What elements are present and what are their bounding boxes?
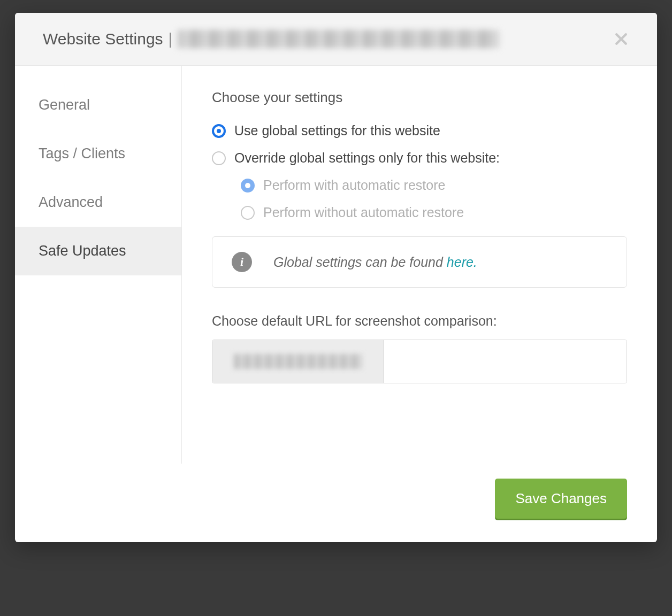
close-button[interactable]: [611, 29, 631, 49]
modal-footer: Save Changes: [15, 464, 657, 542]
sidebar-item-label: Tags / Clients: [39, 145, 125, 161]
modal-title-separator: |: [169, 30, 173, 48]
sidebar-item-general[interactable]: General: [15, 81, 181, 129]
info-icon: i: [232, 252, 252, 272]
modal-title-text: Website Settings: [43, 30, 163, 48]
sidebar-item-safe-updates[interactable]: Safe Updates: [15, 227, 181, 275]
radio-label: Override global settings only for this w…: [234, 150, 500, 166]
sidebar-item-label: Safe Updates: [39, 243, 126, 259]
radio-perform-with-restore[interactable]: Perform with automatic restore: [241, 178, 627, 193]
radio-label: Perform without automatic restore: [263, 205, 464, 220]
save-changes-button[interactable]: Save Changes: [495, 479, 627, 519]
global-settings-link[interactable]: here.: [447, 255, 477, 270]
settings-heading: Choose your settings: [212, 89, 627, 106]
save-button-label: Save Changes: [515, 490, 607, 506]
modal-header: Website Settings |: [15, 13, 657, 66]
sidebar: General Tags / Clients Advanced Safe Upd…: [15, 66, 182, 464]
radio-label: Use global settings for this website: [234, 123, 440, 138]
close-icon: [613, 31, 629, 47]
radio-icon: [212, 151, 226, 165]
content-panel: Choose your settings Use global settings…: [182, 66, 657, 464]
url-input-group: [212, 340, 627, 383]
sidebar-item-advanced[interactable]: Advanced: [15, 178, 181, 227]
url-input[interactable]: [384, 340, 627, 383]
info-text: Global settings can be found here.: [273, 255, 477, 270]
modal-body: General Tags / Clients Advanced Safe Upd…: [15, 66, 657, 464]
radio-use-global[interactable]: Use global settings for this website: [212, 123, 627, 138]
sidebar-item-label: General: [39, 97, 90, 113]
url-section-label: Choose default URL for screenshot compar…: [212, 313, 627, 329]
radio-perform-without-restore[interactable]: Perform without automatic restore: [241, 205, 627, 220]
url-prefix: [212, 340, 384, 383]
url-prefix-redacted: [234, 354, 362, 369]
radio-icon: [241, 206, 255, 220]
sidebar-item-label: Advanced: [39, 194, 103, 210]
info-text-prefix: Global settings can be found: [273, 255, 447, 270]
modal-title: Website Settings |: [43, 30, 499, 48]
settings-modal: Website Settings | General Tags / Client…: [15, 13, 657, 542]
sidebar-item-tags-clients[interactable]: Tags / Clients: [15, 129, 181, 178]
radio-icon: [212, 124, 226, 138]
info-box: i Global settings can be found here.: [212, 236, 627, 288]
url-section: Choose default URL for screenshot compar…: [212, 313, 627, 383]
website-name-redacted: [178, 30, 499, 48]
radio-label: Perform with automatic restore: [263, 178, 445, 193]
radio-icon: [241, 179, 255, 192]
radio-override[interactable]: Override global settings only for this w…: [212, 150, 627, 166]
